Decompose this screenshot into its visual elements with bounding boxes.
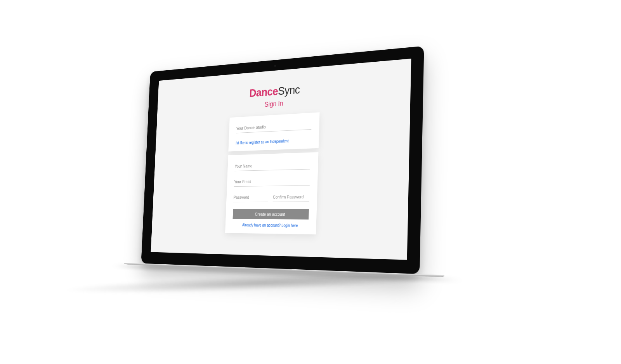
confirm-password-field bbox=[273, 192, 310, 202]
app-screen: DanceSync Sign In I'd like to register a… bbox=[151, 59, 411, 260]
name-input[interactable] bbox=[234, 159, 310, 171]
logo-part-2: Sync bbox=[278, 83, 300, 97]
confirm-password-input[interactable] bbox=[273, 192, 310, 202]
laptop-bezel: DanceSync Sign In I'd like to register a… bbox=[141, 46, 424, 274]
studio-card: I'd like to register as an Independent bbox=[228, 112, 319, 151]
studio-input[interactable] bbox=[236, 120, 312, 133]
email-field bbox=[234, 176, 310, 187]
name-field bbox=[234, 159, 310, 171]
email-input[interactable] bbox=[234, 176, 310, 187]
signup-card: Create an account Already have an accoun… bbox=[225, 152, 318, 234]
create-account-button[interactable]: Create an account bbox=[232, 209, 309, 220]
app-logo: DanceSync bbox=[249, 83, 300, 100]
studio-field bbox=[236, 120, 312, 133]
page-title: Sign In bbox=[264, 99, 283, 109]
camera-dot-icon bbox=[274, 65, 276, 67]
login-here-link[interactable]: Already have an account? Login here bbox=[232, 223, 309, 228]
register-independent-link[interactable]: I'd like to register as an Independent bbox=[236, 139, 289, 146]
password-input[interactable] bbox=[233, 192, 268, 202]
laptop-mockup: DanceSync Sign In I'd like to register a… bbox=[141, 46, 424, 274]
password-field bbox=[233, 192, 268, 202]
password-row bbox=[233, 192, 309, 202]
logo-part-1: Dance bbox=[249, 85, 278, 99]
laptop-base bbox=[124, 263, 444, 277]
laptop-scene: DanceSync Sign In I'd like to register a… bbox=[0, 0, 621, 364]
